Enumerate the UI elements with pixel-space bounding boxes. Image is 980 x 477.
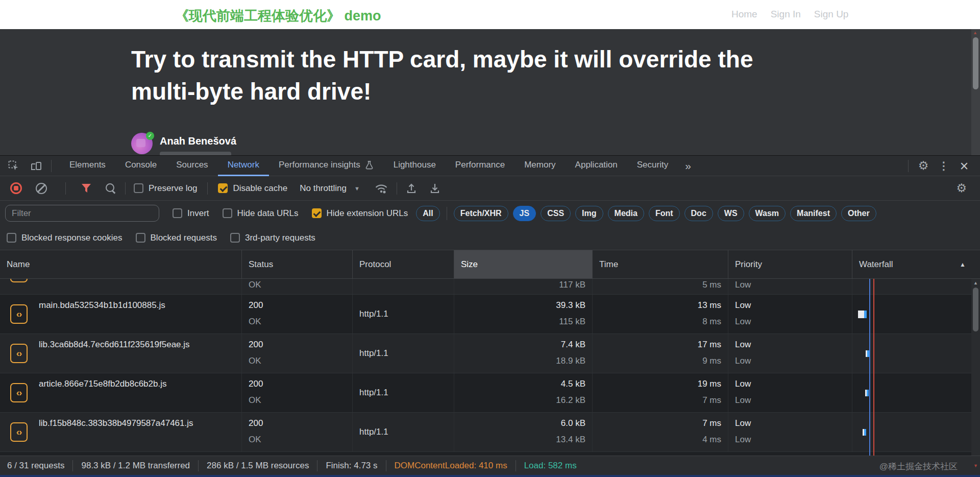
blocked-requests-label: Blocked requests bbox=[151, 233, 217, 243]
tab-performance-insights[interactable]: Performance insights bbox=[269, 156, 384, 176]
tab-lighthouse[interactable]: Lighthouse bbox=[384, 156, 446, 176]
chip-media[interactable]: Media bbox=[608, 206, 644, 221]
verified-badge-icon: ✓ bbox=[146, 132, 154, 140]
tab-console[interactable]: Console bbox=[115, 156, 166, 176]
nav-link-sign-in[interactable]: Sign In bbox=[771, 9, 801, 20]
column-header-name[interactable]: Name bbox=[0, 250, 242, 278]
network-request-row[interactable]: ‹› lib.f15b848c.383b38b4979587a47461.js … bbox=[0, 413, 980, 452]
network-request-row[interactable]: ‹› main.bda532534b1b1d100885.js 200 OK h… bbox=[0, 295, 980, 334]
page-scroll-up-icon[interactable]: ▲ bbox=[973, 30, 977, 35]
tab-memory[interactable]: Memory bbox=[514, 156, 565, 176]
size-transferred: 7.4 kB bbox=[561, 340, 585, 350]
sort-ascending-icon: ▲ bbox=[960, 261, 966, 268]
close-devtools-icon[interactable]: × bbox=[957, 159, 972, 173]
page-scrollbar[interactable]: ▲ bbox=[971, 29, 980, 155]
network-settings-gear-icon[interactable]: ⚙ bbox=[956, 181, 967, 195]
bottom-edge-strip bbox=[0, 475, 980, 477]
invert-checkbox[interactable] bbox=[173, 208, 182, 218]
disable-cache-checkbox[interactable] bbox=[218, 183, 228, 193]
waterfall-bar bbox=[867, 350, 869, 357]
column-header-time[interactable]: Time bbox=[593, 250, 728, 278]
tab-network[interactable]: Network bbox=[218, 156, 269, 176]
avatar[interactable]: ✓ bbox=[131, 133, 153, 154]
column-header-size[interactable]: Size bbox=[454, 250, 593, 278]
chip-img[interactable]: Img bbox=[575, 206, 603, 221]
nav-link-sign-up[interactable]: Sign Up bbox=[814, 9, 849, 20]
divider bbox=[125, 182, 126, 195]
more-tabs-icon[interactable]: » bbox=[678, 160, 698, 172]
nav-link-home[interactable]: Home bbox=[731, 9, 757, 20]
chip-all[interactable]: All bbox=[416, 206, 439, 221]
filter-funnel-icon[interactable] bbox=[80, 183, 92, 194]
chip-manifest[interactable]: Manifest bbox=[790, 206, 837, 221]
column-header-protocol[interactable]: Protocol bbox=[353, 250, 454, 278]
chip-font[interactable]: Font bbox=[649, 206, 680, 221]
network-request-row[interactable]: ‹› lib.3ca6b8d4.7ec6d611f235619f5eae.js … bbox=[0, 334, 980, 373]
network-request-row[interactable]: ‹› OK http/1.1 117 kB 5 ms Low bbox=[0, 279, 980, 295]
network-conditions-icon[interactable] bbox=[374, 182, 388, 195]
third-party-requests-checkbox[interactable] bbox=[230, 233, 240, 243]
hide-data-urls-checkbox[interactable] bbox=[223, 208, 232, 218]
network-request-row[interactable]: ‹› article.866e715e8fb2db8c6b2b.js 200 O… bbox=[0, 373, 980, 413]
waterfall-bar bbox=[864, 311, 867, 318]
scroll-up-icon[interactable]: ▲ bbox=[973, 280, 978, 285]
load-time: Load: 582 ms bbox=[524, 461, 577, 471]
resources-size: 286 kB / 1.5 MB resources bbox=[207, 461, 309, 471]
tab-security[interactable]: Security bbox=[627, 156, 678, 176]
request-name: main.bda532534b1b1d100885.js bbox=[39, 300, 165, 311]
author-name: Anah Benešová bbox=[160, 135, 236, 147]
divider bbox=[198, 460, 199, 471]
waterfall-bar[interactable] bbox=[858, 311, 864, 318]
chip-ws[interactable]: WS bbox=[718, 206, 744, 221]
divider bbox=[72, 460, 73, 471]
import-har-icon[interactable] bbox=[405, 182, 418, 195]
time-latency: 8 ms bbox=[702, 317, 721, 327]
options-row: Blocked response cookies Blocked request… bbox=[0, 226, 980, 250]
tab-sources[interactable]: Sources bbox=[166, 156, 217, 176]
tab-application[interactable]: Application bbox=[566, 156, 627, 176]
filter-input[interactable] bbox=[5, 205, 159, 222]
chip-js[interactable]: JS bbox=[513, 206, 536, 221]
size-resource: 115 kB bbox=[559, 317, 585, 327]
priority-secondary: Low bbox=[735, 356, 751, 366]
settings-gear-icon[interactable]: ⚙ bbox=[916, 159, 931, 173]
record-network-log-icon[interactable] bbox=[10, 182, 22, 194]
blocked-requests-checkbox[interactable] bbox=[136, 233, 145, 243]
dom-content-loaded-time: DOMContentLoaded: 410 ms bbox=[395, 461, 507, 471]
status-text: OK bbox=[249, 280, 261, 290]
tab-performance[interactable]: Performance bbox=[446, 156, 514, 176]
divider bbox=[207, 182, 208, 195]
requests-count: 6 / 31 requests bbox=[7, 461, 64, 471]
js-file-icon: ‹› bbox=[10, 304, 28, 324]
table-scrollbar[interactable]: ▲ bbox=[971, 279, 980, 456]
scroll-down-icon[interactable]: ▼ bbox=[973, 463, 978, 468]
tab-elements[interactable]: Elements bbox=[60, 156, 115, 176]
chip-wasm[interactable]: Wasm bbox=[749, 206, 786, 221]
export-har-icon[interactable] bbox=[429, 182, 441, 195]
clear-network-log-icon[interactable] bbox=[36, 183, 47, 194]
size-transferred: 4.5 kB bbox=[561, 379, 585, 389]
chip-other[interactable]: Other bbox=[841, 206, 876, 221]
page-scrollbar-thumb[interactable] bbox=[973, 37, 978, 89]
column-header-status[interactable]: Status bbox=[242, 250, 353, 278]
chip-css[interactable]: CSS bbox=[541, 206, 571, 221]
device-toolbar-icon[interactable] bbox=[30, 159, 43, 173]
throttling-dropdown[interactable]: No throttling ▼ bbox=[300, 183, 360, 194]
column-header-priority[interactable]: Priority bbox=[728, 250, 852, 278]
status-text: OK bbox=[249, 356, 261, 366]
table-scrollbar-thumb[interactable] bbox=[973, 288, 978, 331]
screen: 《现代前端工程体验优化》 demo Home Sign In Sign Up T… bbox=[0, 0, 980, 477]
column-header-waterfall[interactable]: Waterfall ▲ bbox=[852, 250, 980, 278]
search-icon[interactable] bbox=[105, 182, 117, 195]
kebab-menu-icon[interactable]: ⋮ bbox=[936, 160, 951, 172]
blocked-response-cookies-checkbox[interactable] bbox=[7, 233, 16, 243]
hide-extension-urls-checkbox[interactable] bbox=[312, 208, 322, 218]
caret-down-icon: ▼ bbox=[354, 185, 360, 192]
chip-doc[interactable]: Doc bbox=[684, 206, 713, 221]
inspect-element-icon[interactable] bbox=[7, 159, 20, 173]
preserve-log-checkbox[interactable] bbox=[134, 183, 143, 193]
chip-fetch-xhr[interactable]: Fetch/XHR bbox=[454, 206, 508, 221]
protocol-text: http/1.1 bbox=[359, 309, 388, 319]
js-file-icon: ‹› bbox=[10, 383, 28, 402]
waterfall-bar bbox=[864, 429, 866, 436]
